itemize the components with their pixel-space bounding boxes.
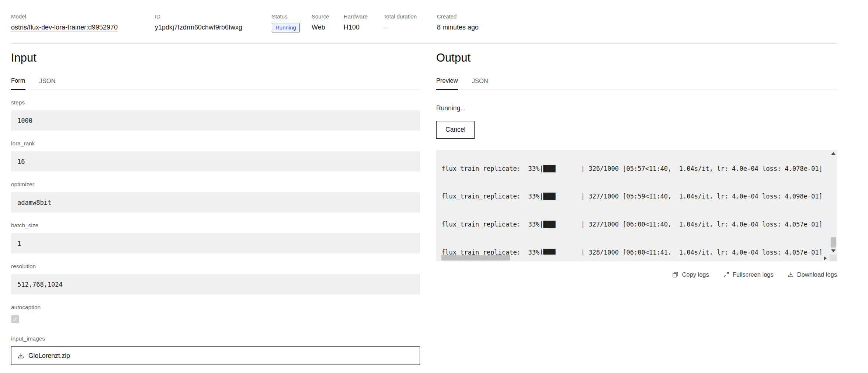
- header-divider: [11, 43, 837, 44]
- batch-size-label: batch_size: [11, 222, 420, 229]
- log-console: flux_train_replicate: 33%|███▎ | 326/100…: [436, 150, 837, 261]
- running-status-text: Running...: [436, 104, 837, 112]
- steps-label: steps: [11, 99, 420, 106]
- scroll-up-arrow-icon[interactable]: [831, 152, 836, 155]
- resolution-label: resolution: [11, 263, 420, 270]
- input-images-label: input_images: [11, 335, 420, 342]
- input-tabs: Form JSON: [11, 77, 420, 90]
- log-lines: flux_train_replicate: 33%|███▎ | 326/100…: [441, 150, 830, 261]
- input-title: Input: [11, 51, 420, 65]
- scroll-down-arrow-icon[interactable]: [831, 249, 836, 252]
- source-label: Source: [312, 13, 340, 20]
- field-batch-size: batch_size 1: [11, 222, 420, 253]
- model-label: Model: [11, 13, 151, 20]
- tab-input-form[interactable]: Form: [11, 77, 25, 90]
- field-autocaption: autocaption ✓: [11, 304, 420, 323]
- header-field-source: Source Web: [312, 13, 344, 31]
- file-download-icon: [17, 352, 24, 359]
- lora-rank-label: lora_rank: [11, 140, 420, 147]
- created-label: Created: [437, 13, 479, 20]
- main-content: Input Form JSON steps 1000 lora_rank 16 …: [0, 43, 868, 373]
- field-lora-rank: lora_rank 16: [11, 140, 420, 172]
- input-form: steps 1000 lora_rank 16 optimizer adamw8…: [11, 99, 420, 373]
- status-badge: Running: [272, 23, 300, 32]
- horizontal-scrollbar[interactable]: [436, 255, 830, 261]
- cancel-button[interactable]: Cancel: [436, 121, 475, 139]
- resolution-input[interactable]: 512,768,1024: [11, 274, 420, 294]
- output-column: Output Preview JSON Running... Cancel fl…: [436, 43, 837, 373]
- header-field-model: Model ostris/flux-dev-lora-trainer:d9952…: [11, 13, 155, 31]
- hardware-value: H100: [344, 24, 380, 31]
- model-link[interactable]: ostris/flux-dev-lora-trainer:d9952970: [11, 24, 118, 31]
- horizontal-scrollbar-thumb[interactable]: [441, 255, 510, 260]
- prediction-detail-page: Model ostris/flux-dev-lora-trainer:d9952…: [0, 0, 868, 373]
- download-logs-button[interactable]: Download logs: [788, 271, 837, 278]
- tab-input-json[interactable]: JSON: [39, 77, 56, 90]
- output-tabs: Preview JSON: [436, 77, 837, 90]
- id-label: ID: [155, 13, 268, 20]
- source-value: Web: [312, 24, 340, 31]
- tab-output-json[interactable]: JSON: [472, 77, 488, 90]
- status-label: Status: [272, 13, 308, 20]
- id-value: y1pdkj7fzdrm60chwf9rb6fwxg: [155, 24, 268, 31]
- fullscreen-logs-button[interactable]: Fullscreen logs: [723, 271, 774, 278]
- optimizer-input[interactable]: adamw8bit: [11, 192, 420, 213]
- batch-size-input[interactable]: 1: [11, 233, 420, 253]
- log-line: flux_train_replicate: 33%|███▎ | 326/100…: [441, 164, 830, 173]
- created-value: 8 minutes ago: [437, 24, 479, 31]
- tab-output-preview[interactable]: Preview: [436, 77, 458, 90]
- log-line: flux_train_replicate: 33%|███▎ | 327/100…: [441, 192, 830, 201]
- hardware-label: Hardware: [344, 13, 380, 20]
- scroll-right-arrow-icon[interactable]: [824, 256, 827, 260]
- output-title: Output: [436, 51, 837, 65]
- checkmark-icon: ✓: [13, 316, 17, 323]
- download-icon: [788, 272, 794, 278]
- input-images-file[interactable]: GioLorenzt.zip: [11, 346, 420, 365]
- header-field-id: ID y1pdkj7fzdrm60chwf9rb6fwxg: [155, 13, 272, 31]
- fullscreen-icon: [723, 272, 729, 278]
- input-images-filename: GioLorenzt.zip: [28, 352, 70, 360]
- vertical-scrollbar-thumb[interactable]: [831, 237, 836, 248]
- log-actions: Copy logs Fullscreen logs: [436, 271, 837, 278]
- copy-icon: [672, 272, 678, 278]
- copy-logs-label: Copy logs: [682, 271, 709, 278]
- header-field-total-duration: Total duration –: [383, 13, 437, 31]
- vertical-scrollbar[interactable]: [830, 150, 837, 255]
- header-field-status: Status Running: [272, 13, 312, 32]
- steps-input[interactable]: 1000: [11, 110, 420, 131]
- input-column: Input Form JSON steps 1000 lora_rank 16 …: [11, 43, 420, 373]
- log-line: flux_train_replicate: 33%|███▎ | 327/100…: [441, 220, 830, 229]
- scrollbar-corner: [830, 255, 837, 261]
- lora-rank-input[interactable]: 16: [11, 151, 420, 172]
- download-logs-label: Download logs: [797, 271, 837, 278]
- field-optimizer: optimizer adamw8bit: [11, 181, 420, 213]
- fullscreen-logs-label: Fullscreen logs: [733, 271, 774, 278]
- total-duration-value: –: [383, 24, 433, 31]
- autocaption-label: autocaption: [11, 304, 420, 311]
- total-duration-label: Total duration: [383, 13, 433, 20]
- prediction-header: Model ostris/flux-dev-lora-trainer:d9952…: [0, 0, 868, 43]
- field-resolution: resolution 512,768,1024: [11, 263, 420, 294]
- header-field-hardware: Hardware H100: [344, 13, 383, 31]
- copy-logs-button[interactable]: Copy logs: [672, 271, 709, 278]
- autocaption-checkbox[interactable]: ✓: [11, 315, 19, 323]
- header-field-created: Created 8 minutes ago: [437, 13, 482, 31]
- field-steps: steps 1000: [11, 99, 420, 131]
- optimizer-label: optimizer: [11, 181, 420, 188]
- field-input-images: input_images GioLorenzt.zip: [11, 335, 420, 365]
